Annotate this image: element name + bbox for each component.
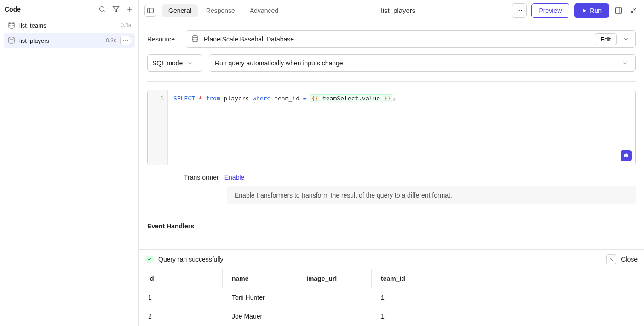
expr-prop: value — [362, 95, 380, 102]
search-icon[interactable] — [98, 5, 106, 13]
panel-right-toggle[interactable] — [614, 6, 624, 16]
tab-advanced[interactable]: Advanced — [243, 4, 285, 17]
plus-icon[interactable] — [126, 5, 134, 13]
mode-row: SQL mode Run query automatically when in… — [147, 54, 636, 72]
panel-left-toggle[interactable] — [144, 5, 156, 17]
sidebar-item-list-players[interactable]: list_players 0.3s — [4, 33, 135, 48]
tab-response[interactable]: Response — [200, 4, 242, 17]
th-id[interactable]: id — [139, 269, 223, 288]
toolbar: General Response Advanced list_players P… — [139, 0, 644, 21]
svg-point-23 — [627, 156, 627, 157]
th-extra — [446, 269, 644, 288]
run-button[interactable]: Run — [574, 3, 609, 18]
cell-id: 2 — [139, 307, 223, 326]
svg-point-12 — [517, 10, 518, 11]
trigger-select[interactable]: Run query automatically when inputs chan… — [209, 54, 636, 72]
event-handlers-title: Event Handlers — [147, 222, 636, 230]
svg-point-22 — [625, 156, 626, 157]
tab-general[interactable]: General — [162, 4, 198, 17]
sidebar-item-label: list_players — [19, 37, 102, 44]
toolbar-left: General Response Advanced — [144, 4, 285, 17]
code-editor[interactable]: 1 SELECT * from players where team_id = … — [147, 90, 636, 165]
code-area[interactable]: SELECT * from players where team_id = {{… — [168, 90, 635, 165]
cell-name: Joe Mauer — [223, 307, 297, 326]
svg-point-7 — [123, 40, 124, 41]
svg-point-6 — [9, 37, 14, 40]
transformer-hint: Enable transformers to transform the res… — [227, 186, 636, 204]
success-icon — [145, 255, 154, 263]
svg-point-20 — [192, 36, 198, 38]
transformer-label: Transformer — [184, 174, 219, 181]
cell-id: 1 — [139, 288, 223, 307]
sidebar-list: list_teams 0.4s list_players 0.3s — [0, 18, 138, 48]
svg-point-13 — [519, 10, 520, 11]
svg-marker-2 — [113, 6, 119, 12]
table-row[interactable]: 1 Torii Hunter 1 — [139, 288, 644, 307]
resource-select[interactable]: PlanetScale Baseball Database Edit — [186, 30, 636, 48]
code-select: SELECT — [173, 95, 195, 102]
svg-point-9 — [127, 40, 128, 41]
database-icon — [7, 36, 16, 45]
cell-image-url — [297, 307, 372, 326]
chevron-down-icon — [185, 58, 195, 68]
collapse-icon[interactable] — [628, 6, 638, 16]
database-icon — [191, 35, 199, 43]
svg-point-5 — [9, 22, 14, 24]
template-expression: {{ teamSelect.value }} — [310, 94, 392, 102]
code-from: from — [206, 95, 220, 102]
enable-link[interactable]: Enable — [224, 174, 245, 181]
chevron-down-icon[interactable] — [621, 35, 631, 44]
table-row[interactable]: 2 Joe Mauer 1 — [139, 307, 644, 326]
preview-button[interactable]: Preview — [531, 3, 570, 18]
code-star: * — [199, 95, 202, 102]
divider — [147, 81, 636, 82]
ai-assist-button[interactable] — [621, 150, 632, 161]
tabs: General Response Advanced — [162, 4, 285, 17]
mode-label: SQL mode — [152, 59, 183, 67]
cell-name: Torii Hunter — [223, 288, 297, 307]
query-title: list_players — [288, 6, 508, 14]
sidebar-item-time: 0.4s — [121, 22, 131, 29]
svg-point-8 — [125, 40, 126, 41]
expr-dot: . — [358, 95, 362, 102]
code-table: players — [224, 95, 249, 102]
sidebar-actions — [98, 5, 134, 13]
svg-rect-21 — [624, 154, 628, 157]
open-braces: {{ — [311, 95, 319, 102]
th-name[interactable]: name — [223, 269, 297, 288]
divider — [147, 214, 636, 214]
svg-line-18 — [634, 8, 636, 10]
svg-marker-15 — [583, 9, 586, 12]
th-image-url[interactable]: image_url — [297, 269, 372, 288]
svg-line-1 — [104, 11, 105, 12]
sidebar: Code list_teams 0.4s list_players — [0, 0, 139, 326]
status-text: Query ran successfully — [158, 256, 602, 263]
sidebar-title: Code — [5, 6, 21, 13]
close-icon[interactable] — [606, 254, 616, 264]
sql-mode-select[interactable]: SQL mode — [147, 54, 202, 72]
edit-button[interactable]: Edit — [595, 33, 617, 45]
code-col: team_id — [274, 95, 299, 102]
status-bar: Query ran successfully Close — [139, 249, 644, 269]
play-icon — [581, 8, 587, 13]
svg-rect-10 — [148, 8, 153, 13]
item-more-button[interactable] — [120, 36, 131, 45]
code-semi: ; — [392, 95, 396, 102]
svg-point-14 — [521, 10, 522, 11]
run-label: Run — [590, 7, 602, 14]
gutter: 1 — [148, 90, 168, 165]
results-table: id name image_url team_id 1 Torii Hunter… — [139, 269, 644, 326]
chevron-down-icon — [621, 58, 630, 68]
th-team-id[interactable]: team_id — [372, 269, 446, 288]
close-braces: }} — [384, 95, 391, 102]
transformer-row: Transformer Enable — [147, 174, 636, 181]
svg-point-0 — [100, 7, 104, 11]
filter-icon[interactable] — [112, 5, 120, 13]
table-header: id name image_url team_id — [139, 269, 644, 288]
close-button[interactable]: Close — [621, 256, 638, 263]
cell-extra — [446, 307, 644, 326]
more-button[interactable] — [512, 3, 527, 18]
cell-extra — [446, 288, 644, 307]
sidebar-item-list-teams[interactable]: list_teams 0.4s — [4, 18, 135, 32]
sidebar-item-label: list_teams — [19, 22, 117, 29]
